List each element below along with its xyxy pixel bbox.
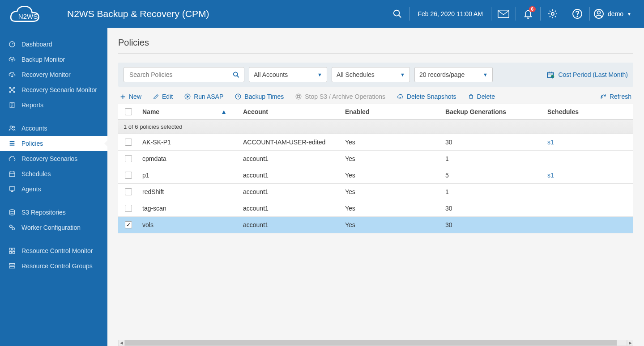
sidebar-item-policies[interactable]: Policies bbox=[0, 136, 107, 151]
rcg-icon bbox=[8, 262, 16, 270]
cell-backup: 30 bbox=[442, 221, 544, 228]
page-title: Policies bbox=[118, 38, 633, 54]
cell-name: p1 bbox=[139, 172, 239, 179]
svg-point-19 bbox=[10, 126, 12, 128]
row-checkbox[interactable] bbox=[125, 205, 132, 212]
user-name: demo bbox=[608, 10, 623, 17]
delete-button[interactable]: Delete bbox=[468, 93, 495, 100]
scroll-left-button[interactable]: ◀ bbox=[118, 340, 124, 346]
user-menu[interactable]: demo ▼ bbox=[590, 8, 635, 19]
sidebar-item-label: Resource Control Groups bbox=[21, 262, 93, 270]
table-row[interactable]: redShiftaccount1Yes1 bbox=[118, 184, 633, 200]
cell-enabled: Yes bbox=[341, 155, 442, 162]
horizontal-scrollbar[interactable]: ◀ ▶ bbox=[118, 340, 633, 346]
edit-button[interactable]: Edit bbox=[153, 93, 173, 100]
search-icon[interactable] bbox=[385, 5, 409, 23]
stop-s3-button: Stop S3 / Archive Operations bbox=[295, 93, 385, 100]
cell-schedule[interactable]: s1 bbox=[544, 139, 633, 146]
sidebar-item-recovery-scenarios[interactable]: Recovery Scenarios bbox=[0, 151, 107, 166]
app-header: N2WS N2WS Backup & Recovery (CPM) Feb 26… bbox=[0, 0, 644, 28]
sidebar-item-resource-control-monitor[interactable]: Resource Control Monitor bbox=[0, 243, 107, 258]
account-select[interactable]: All Accounts▼ bbox=[249, 67, 327, 82]
sort-asc-icon: ▲ bbox=[221, 108, 227, 115]
table-row[interactable]: volsaccount1Yes30 bbox=[118, 217, 633, 233]
table-row[interactable]: tag-scanaccount1Yes30 bbox=[118, 200, 633, 217]
svg-rect-21 bbox=[10, 141, 15, 142]
column-name[interactable]: Name▲ bbox=[139, 108, 239, 115]
sidebar-item-recovery-monitor[interactable]: Recovery Monitor bbox=[0, 67, 107, 82]
sidebar-item-accounts[interactable]: Accounts bbox=[0, 121, 107, 136]
svg-point-14 bbox=[13, 91, 15, 93]
trash-icon bbox=[468, 93, 474, 100]
table-row[interactable]: AK-SK-P1ACCOUNT-IAM-USER-editedYes30s1 bbox=[118, 134, 633, 151]
sidebar-item-agents[interactable]: Agents bbox=[0, 181, 107, 197]
column-account[interactable]: Account bbox=[239, 108, 341, 115]
select-all-checkbox[interactable] bbox=[125, 108, 132, 115]
cell-backup: 30 bbox=[442, 205, 544, 212]
svg-rect-28 bbox=[9, 187, 15, 190]
row-checkbox[interactable] bbox=[125, 172, 132, 179]
sidebar-item-dashboard[interactable]: Dashboard bbox=[0, 37, 107, 52]
svg-point-52 bbox=[296, 94, 301, 99]
search-input[interactable] bbox=[124, 68, 244, 82]
sidebar-item-schedules[interactable]: Schedules bbox=[0, 166, 107, 181]
sidebar-item-backup-monitor[interactable]: Backup Monitor bbox=[0, 52, 107, 67]
column-enabled[interactable]: Enabled bbox=[341, 108, 442, 115]
svg-point-8 bbox=[597, 11, 601, 14]
gear-icon[interactable] bbox=[541, 5, 565, 23]
row-checkbox[interactable] bbox=[125, 139, 132, 146]
sidebar-item-label: Dashboard bbox=[21, 41, 52, 48]
sidebar-item-label: Agents bbox=[21, 186, 41, 193]
cell-schedule[interactable]: s1 bbox=[544, 172, 633, 179]
svg-rect-3 bbox=[498, 10, 509, 18]
scenario-icon bbox=[8, 86, 16, 94]
row-checkbox[interactable] bbox=[125, 188, 132, 195]
svg-line-41 bbox=[237, 76, 239, 77]
sidebar-item-worker-configuration[interactable]: Worker Configuration bbox=[0, 220, 107, 235]
cell-enabled: Yes bbox=[341, 188, 442, 195]
bell-icon[interactable]: 6 bbox=[516, 5, 540, 23]
refresh-button[interactable]: Refresh bbox=[600, 93, 631, 100]
sidebar-item-label: S3 Repositories bbox=[21, 209, 66, 216]
sidebar-item-resource-control-groups[interactable]: Resource Control Groups bbox=[0, 258, 107, 274]
schedule-select[interactable]: All Schedules▼ bbox=[332, 67, 410, 82]
run-asap-button[interactable]: Run ASAP bbox=[184, 93, 223, 100]
table-row[interactable]: p1account1Yes5s1 bbox=[118, 167, 633, 184]
backup-times-button[interactable]: Backup Times bbox=[235, 93, 284, 100]
worker-icon bbox=[8, 224, 16, 232]
cell-name: vols bbox=[139, 221, 239, 228]
sidebar-item-recovery-scenario-monitor[interactable]: Recovery Scenario Monitor bbox=[0, 82, 107, 97]
row-checkbox[interactable] bbox=[125, 155, 132, 162]
svg-text:$: $ bbox=[552, 76, 553, 78]
search-icon[interactable] bbox=[233, 72, 239, 78]
svg-rect-34 bbox=[9, 248, 12, 250]
cell-backup: 1 bbox=[442, 155, 544, 162]
cost-period-link[interactable]: $ Cost Period (Last Month) bbox=[546, 71, 628, 79]
stop-icon bbox=[295, 93, 302, 100]
svg-point-32 bbox=[10, 225, 12, 228]
delete-snapshots-button[interactable]: Delete Snapshots bbox=[397, 93, 456, 100]
column-schedules[interactable]: Schedules bbox=[544, 108, 633, 115]
table-row[interactable]: cpmdataaccount1Yes1 bbox=[118, 151, 633, 167]
sidebar-item-label: Policies bbox=[21, 140, 43, 147]
sidebar-item-reports[interactable]: Reports bbox=[0, 97, 107, 113]
mail-icon[interactable] bbox=[491, 5, 516, 23]
cell-backup: 30 bbox=[442, 139, 544, 146]
sidebar-item-label: Reports bbox=[21, 101, 43, 109]
reports-icon bbox=[8, 101, 16, 109]
selection-summary: 1 of 6 policies selected bbox=[118, 120, 633, 134]
row-checkbox[interactable] bbox=[125, 221, 132, 228]
filter-bar: All Accounts▼ All Schedules▼ 20 records/… bbox=[118, 63, 633, 87]
new-button[interactable]: New bbox=[120, 93, 141, 100]
sidebar-item-label: Recovery Monitor bbox=[21, 71, 71, 78]
column-backup[interactable]: Backup Generations bbox=[442, 108, 544, 115]
pagesize-select[interactable]: 20 records/page▼ bbox=[414, 67, 493, 82]
plus-icon bbox=[120, 94, 126, 100]
scroll-right-button[interactable]: ▶ bbox=[627, 340, 633, 346]
sidebar-item-s3-repositories[interactable]: S3 Repositories bbox=[0, 205, 107, 220]
help-icon[interactable] bbox=[565, 5, 589, 23]
svg-rect-38 bbox=[9, 264, 15, 265]
recovery-icon bbox=[8, 71, 16, 79]
policies-icon bbox=[8, 139, 16, 148]
svg-point-1 bbox=[393, 10, 399, 16]
